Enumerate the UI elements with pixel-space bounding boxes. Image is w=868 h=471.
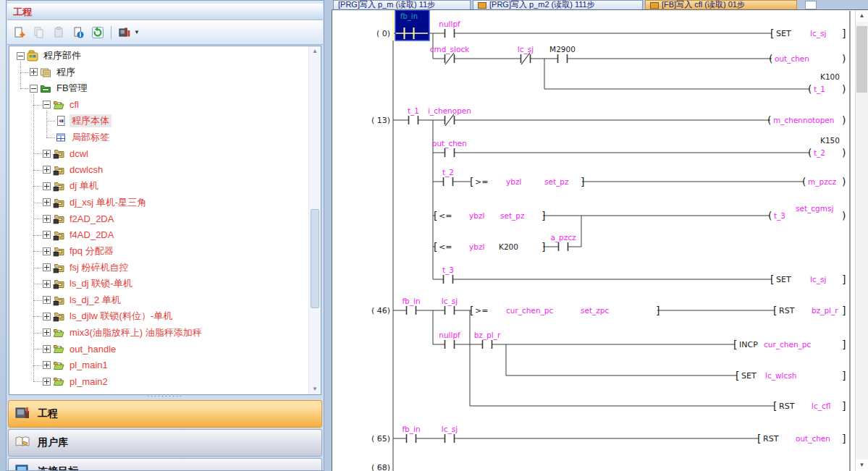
tree-item--[interactable]: 程序部件 [9,48,83,64]
dropdown-arrow-icon[interactable]: ▼ [134,29,140,35]
tree-item-f2ad_2da[interactable]: f2AD_2DA [9,211,116,226]
svg-text:set_cgmsj: set_cgmsj [796,204,833,213]
ladder-document-icon [650,2,659,9]
collapse-icon[interactable] [17,52,25,60]
document-tab[interactable]: [PRG]写入 p_m2 (读取) 111步 [473,0,643,9]
tree-item-label: cfl [67,99,81,110]
tree-item-ls_djlw-[interactable]: ls_djlw 联锁(料位）-单机 [9,308,174,324]
expand-icon[interactable] [43,280,51,288]
svg-text:m_chennotopen: m_chennotopen [773,116,834,125]
svg-text:lc_sj: lc_sj [810,275,826,284]
ladder-canvas[interactable]: fb_innullpfcmd_slocklc_sjM2900t_1i_cheno… [332,9,868,471]
svg-text:RST: RST [779,402,795,411]
tab-label: [PRG]写入 p_m (读取) 11步 [338,0,435,9]
document-tab[interactable]: [PRG]写入 p_m (读取) 11步 [333,0,471,9]
tree-item-mix3-[interactable]: mix3(油脂放秤上) 油脂秤添加秤 [9,325,204,341]
nav-button-connection[interactable]: 连接目标 [8,458,322,470]
svg-text:]: ] [842,400,846,412]
expand-icon[interactable] [43,247,51,255]
svg-text:): ) [842,176,846,187]
collapse-icon[interactable] [30,85,38,93]
nav-button-project[interactable]: 工程 [8,400,322,428]
svg-text:out_chen: out_chen [775,54,809,64]
svg-text:]: ] [542,210,545,221]
tree-item-dcwl[interactable]: dcwl [9,145,90,161]
svg-text:fb_in: fb_in [402,297,420,306]
expand-icon[interactable] [43,198,51,206]
expand-icon[interactable] [43,231,51,239]
svg-text:fb_in: fb_in [400,12,418,21]
expand-icon[interactable] [43,313,51,321]
document-tab[interactable]: [FB]写入 cfl (读取) 01步 [645,0,797,9]
svg-text:]: ] [542,241,545,253]
panel-splitter[interactable]: ·········· [7,394,324,400]
expand-icon[interactable] [43,296,51,304]
refresh-icon[interactable] [89,24,106,41]
expand-icon[interactable] [43,215,51,223]
expand-icon[interactable] [43,263,51,271]
nav-button-user-library[interactable]: 用户库 [8,429,322,457]
tree-connector-stub [33,268,42,268]
expand-icon[interactable] [43,166,51,174]
tree-item--[interactable]: 程序 [9,64,77,80]
tree-item-f4ad_2da[interactable]: f4AD_2DA [9,227,116,243]
tree-item-label: 程序本体 [69,114,111,127]
svg-text:): ) [842,53,846,64]
tree-item--[interactable]: 程序本体 [9,113,111,129]
editor-scrollbar-thumb[interactable] [856,26,867,93]
tree-item-pl_main1[interactable]: pl_main1 [9,357,110,373]
tree-item-dj_xsj-[interactable]: dj_xsj 单机-星三角 [9,195,148,211]
tree-item-dcwlcsh[interactable]: dcwlcsh [9,162,105,178]
tree-item-fpq-[interactable]: fpq 分配器 [9,243,116,259]
svg-text:]: ] [842,433,846,444]
svg-text:lc_sj: lc_sj [518,45,534,54]
tree-item-pl_main2[interactable]: pl_main2 [9,373,110,389]
tree-item-out_handle[interactable]: out_handle [9,341,118,357]
svg-text:[: [ [757,433,761,444]
svg-text:m_pzcz: m_pzcz [808,177,836,187]
svg-text:[: [ [770,273,774,285]
expand-icon[interactable] [43,345,51,353]
tree-item-fsj-[interactable]: fsj 粉碎机自控 [9,260,131,276]
expand-icon[interactable] [43,182,51,190]
scroll-down-icon[interactable]: ▼ [856,459,868,471]
svg-text:(: ( [808,83,812,95]
svg-text:INCP: INCP [739,340,758,349]
tree-item-dj-[interactable]: dj 单机 [9,178,101,194]
tree-item-fb-[interactable]: FB管理 [9,80,90,96]
fbopen-icon [53,327,65,339]
tree-scrollbar-thumb[interactable] [311,209,319,308]
tree-connector-stub [46,121,55,122]
expand-icon[interactable] [43,328,51,336]
svg-text:[: [ [434,210,437,221]
paste-icon[interactable] [50,24,67,41]
copy-icon[interactable] [30,24,48,41]
svg-text:set_pz: set_pz [500,211,525,221]
svg-text:M2900: M2900 [549,45,576,54]
tree-item-ls_dj_2-[interactable]: ls_dj_2 单机 [9,292,123,308]
expand-icon[interactable] [43,378,51,386]
display-mode-icon[interactable] [116,24,133,41]
tree-scrollbar[interactable]: ▲ ▼ [308,46,321,394]
tree-connector-stub [33,186,42,187]
tab-scroll-box[interactable] [805,1,817,9]
tree-item-label: fpq 分配器 [67,245,116,258]
editor-vertical-scrollbar[interactable]: ▲ ▼ [855,10,868,471]
tree-item--[interactable]: 局部标签 [9,130,111,145]
svg-text:]: ] [842,273,846,285]
item-info-icon[interactable] [69,24,87,41]
fbopen-icon [53,99,65,111]
collapse-icon[interactable] [43,101,51,109]
new-item-icon[interactable] [11,24,28,41]
svg-text:SET: SET [741,371,757,381]
scroll-up-icon[interactable]: ▲ [856,10,868,22]
expand-icon[interactable] [43,361,51,369]
tree-item-cfl[interactable]: cfl [9,97,81,113]
expand-icon[interactable] [43,150,51,158]
application-window: 工程 ▼ ▲ ▼ 程序部件程序FB管理cfl程序本体局部标签dcwldcwlcs… [0,0,868,471]
tree-item-label: mix3(油脂放秤上) 油脂秤添加秤 [67,326,204,339]
expand-icon[interactable] [30,68,38,76]
tree-item-ls_dj-[interactable]: ls_dj 联锁-单机 [9,276,135,292]
tree-scroll-down-icon[interactable]: ▼ [309,384,321,394]
tree-scroll-up-icon[interactable]: ▲ [309,46,321,56]
